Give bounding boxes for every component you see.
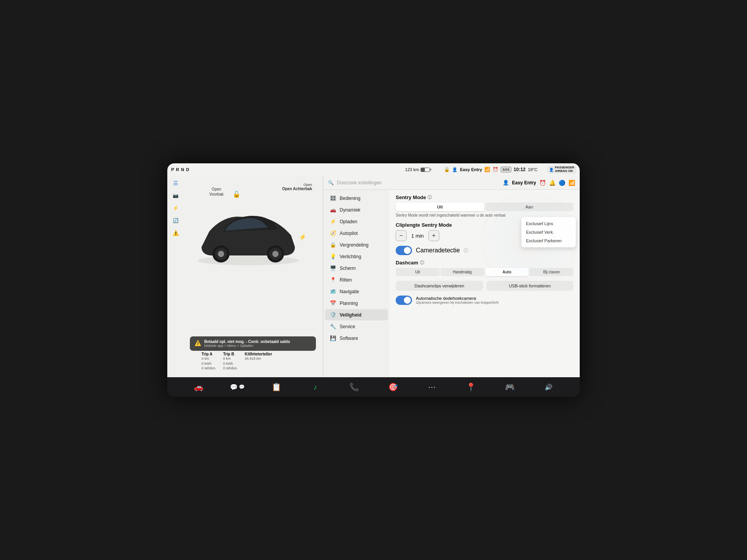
dropdown-menu: Exclusief Lijns Exclusief Verk. Exclusie… [521, 217, 576, 247]
clip-minus-btn[interactable]: − [396, 230, 407, 241]
dashcam-info-icon[interactable]: ⓘ [420, 260, 424, 266]
nav-menu: 🎛️ Bediening 🚗 Dynamiek ⚡ Opladen 🧭 Auto… [323, 190, 389, 377]
status-bar: P R N D 123 km 🔒 👤 Easy Entry 📶 ⏰ SOS 10… [167, 163, 580, 176]
status-center: 🔒 👤 Easy Entry 📶 ⏰ SOS 10:12 18°C [444, 167, 537, 172]
temp-display: 18°C [528, 167, 538, 172]
taskbar-volume-icon[interactable]: 🔊 [542, 380, 556, 394]
nav-autopilot[interactable]: 🧭 Autopilot [325, 228, 388, 239]
airbag-badge: 👤 PASSENGERAIRBAG ON [547, 166, 576, 173]
dashcam-auto-btn[interactable]: Auto [485, 268, 529, 276]
open-achterbak-label[interactable]: Open Open Achterbak [282, 183, 312, 191]
dashcam-handmatig-btn[interactable]: Handmatig [440, 268, 484, 276]
cameradetectie-label: Cameradetectie [416, 247, 460, 254]
taskbar: 🚗 💬💬 📋 ♪ 📞 🎯 ⋯ 📍 🎮 🔊 [167, 377, 580, 397]
energy-icon[interactable]: ⚡ [170, 204, 181, 212]
search-icon: 🔍 [328, 180, 334, 186]
wifi-icon-header[interactable]: 📶 [568, 180, 575, 186]
dodehoekcamera-sub: Zijcamera weergeven bij inschakelen van … [416, 301, 499, 304]
warning-icon[interactable]: ⚠️ [170, 229, 181, 237]
nav-bediening[interactable]: 🎛️ Bediening [325, 192, 388, 204]
nav-dynamiek[interactable]: 🚗 Dynamiek [325, 204, 388, 215]
alarm-icon-header[interactable]: ⏰ [539, 180, 546, 186]
range-display: 123 km [405, 167, 430, 172]
nav-ritten[interactable]: 📍 Ritten [325, 274, 388, 285]
bluetooth-icon-header[interactable]: 🔵 [559, 180, 565, 186]
dashcam-verwijderen-btn[interactable]: Dashcamclips verwijderen [396, 281, 483, 291]
clip-value: 1 min [410, 233, 425, 239]
bell-icon-header[interactable]: 🔔 [549, 180, 556, 186]
tesla-screen: P R N D 123 km 🔒 👤 Easy Entry 📶 ⏰ SOS 10… [167, 163, 580, 397]
ritten-icon: 📍 [330, 277, 337, 283]
nav-planning[interactable]: 📅 Planning [325, 298, 388, 309]
taskbar-chat-icon[interactable]: 💬💬 [230, 380, 244, 394]
taskbar-maps-icon[interactable]: 📍 [464, 380, 478, 394]
navigatie-icon: 🗺️ [330, 289, 337, 294]
nav-vergrendeling[interactable]: 🔒 Vergrendeling [325, 239, 388, 250]
battery-icon [421, 168, 430, 172]
taskbar-games-icon[interactable]: 🎮 [503, 380, 517, 394]
trip-a: Trip A 0 km 0 kWh 0 Wh/km [202, 352, 216, 371]
dropdown-item-verk[interactable]: Exclusief Verk. [521, 228, 576, 236]
planning-icon: 📅 [330, 300, 337, 306]
alert-icon: ⚠️ [195, 340, 201, 346]
taskbar-spotify-icon[interactable]: ♪ [308, 380, 322, 394]
usb-formatteren-btn[interactable]: USB-stick formatteren [486, 281, 574, 291]
autopilot-icon: 🧭 [330, 230, 337, 236]
sentry-uit-btn[interactable]: Uit [396, 203, 484, 211]
hood-lock-icon: 🔓 [233, 191, 240, 198]
sos-badge: SOS [501, 167, 511, 172]
svg-text:⚡: ⚡ [299, 233, 307, 241]
taskbar-files-icon[interactable]: 📋 [269, 380, 283, 394]
camera-icon[interactable]: 📷 [170, 191, 181, 200]
nav-navigatie[interactable]: 🗺️ Navigatie [325, 286, 388, 297]
nav-opladen[interactable]: ⚡ Opladen [325, 216, 388, 227]
dynamiek-icon: 🚗 [330, 207, 337, 213]
car-image: ⚡ [190, 202, 320, 270]
svg-point-6 [272, 251, 279, 257]
car-area: Open Voorbak Open Open Achterbak 🔓 [186, 179, 320, 374]
prnd-display: P R N D [171, 167, 189, 172]
nav-scherm[interactable]: 🖥️ Scherm [325, 262, 388, 274]
cameradetectie-toggle[interactable] [396, 246, 412, 255]
dashcam-uit-btn[interactable]: Uit [396, 268, 440, 276]
settings-content: Exclusief Lijns Exclusief Verk. Exclusie… [389, 190, 580, 377]
main-content: ☰ 📷 ⚡ 🔄 ⚠️ Open Voorbak Open Open Achter… [167, 176, 580, 377]
svg-point-3 [218, 251, 224, 257]
odometer: Kilometerteller 45.919 km [245, 352, 272, 371]
verlichting-icon: 💡 [330, 254, 337, 259]
dodehoekcamera-label: Automatische dodehoekcamera [416, 296, 499, 301]
taskbar-phone-icon[interactable]: 📞 [347, 380, 361, 394]
cameradetectie-info-icon[interactable]: ⓘ [464, 248, 468, 254]
dashcam-options-row: Uit Handmatig Auto Bij claxon [396, 268, 573, 276]
settings-header: 🔍 Doorzoek instellingen 👤 Easy Entry ⏰ 🔔… [323, 176, 580, 190]
dropdown-item-parkeren[interactable]: Exclusief Parkeren [521, 236, 576, 245]
nav-software[interactable]: 💾 Software [325, 332, 388, 344]
right-panel: 🔍 Doorzoek instellingen 👤 Easy Entry ⏰ 🔔… [323, 176, 580, 377]
taskbar-car-icon[interactable]: 🚗 [191, 380, 205, 394]
taskbar-more-icon[interactable]: ⋯ [425, 380, 439, 394]
dropdown-item-lijns[interactable]: Exclusief Lijns [521, 219, 576, 228]
vergrendeling-icon: 🔒 [330, 242, 337, 248]
clip-plus-btn[interactable]: + [428, 230, 439, 241]
time-display: 10:12 [514, 167, 526, 172]
sentry-aan-btn[interactable]: Aan [485, 203, 574, 211]
menu-icon[interactable]: ☰ [170, 179, 181, 187]
dodehoekcamera-toggle[interactable] [396, 296, 412, 305]
left-panel: ☰ 📷 ⚡ 🔄 ⚠️ Open Voorbak Open Open Achter… [167, 176, 323, 377]
lock-icon-left[interactable]: 🔄 [170, 216, 181, 225]
header-right: 👤 Easy Entry ⏰ 🔔 🔵 📶 [503, 180, 575, 186]
nav-veiligheid[interactable]: 🛡️ Veiligheid [325, 309, 388, 320]
open-voorbak-label[interactable]: Open Voorbak [209, 187, 224, 197]
profile-icon-header: 👤 [503, 180, 509, 186]
profile-label-header: Easy Entry [512, 180, 536, 186]
dashcam-bijclaxon-btn[interactable]: Bij claxon [530, 268, 573, 276]
nav-service[interactable]: 🔧 Service [325, 321, 388, 332]
taskbar-camera-icon[interactable]: 🎯 [386, 380, 400, 394]
left-icon-bar: ☰ 📷 ⚡ 🔄 ⚠️ [170, 179, 181, 237]
alert-box: ⚠️ Betaald opl. niet mog. - Contr. onbet… [190, 336, 316, 351]
bediening-icon: 🎛️ [330, 195, 337, 201]
search-input[interactable]: Doorzoek instellingen [337, 180, 500, 186]
sentry-info-icon[interactable]: ⓘ [428, 194, 432, 200]
nav-verlichting[interactable]: 💡 Verlichting [325, 251, 388, 262]
svg-point-0 [198, 256, 299, 265]
